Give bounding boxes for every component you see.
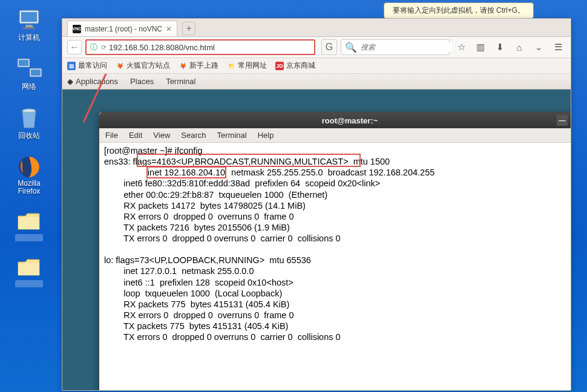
url-bar: ← ⓘ ⟳ G 🔍 ☆ ▥ ⬇ ⌂ ⌄ ☰ xyxy=(62,37,571,58)
bookmark-star-icon[interactable]: ☆ xyxy=(453,39,469,55)
search-box[interactable]: 🔍 xyxy=(341,39,450,55)
home-icon[interactable]: ⌂ xyxy=(511,39,527,55)
menu-icon[interactable]: ☰ xyxy=(550,39,566,55)
svg-rect-1 xyxy=(21,12,37,22)
svg-rect-5 xyxy=(19,60,28,66)
svg-rect-7 xyxy=(31,70,41,76)
bookmark-label: 京东商城 xyxy=(286,60,315,71)
line: RX errors 0 dropped 0 overruns 0 frame 0 xyxy=(104,310,294,320)
bookmark-label: 火狐官方站点 xyxy=(126,60,170,71)
tab-title: master:1 (root) - noVNC xyxy=(85,25,162,33)
icon-label: 网络 xyxy=(22,82,36,92)
url-input[interactable] xyxy=(109,43,310,52)
firefox-icon xyxy=(16,154,42,180)
icon-label: 计算机 xyxy=(18,33,40,43)
line: TX packets 775 bytes 415131 (405.4 KiB) xyxy=(104,321,288,331)
terminal-titlebar[interactable]: root@master:~ — □ ✕ xyxy=(99,113,571,128)
terminal-minimize-button[interactable]: — xyxy=(557,115,568,126)
vm-tooltip: 要将输入定向到此虚拟机，请按 Ctrl+G。 xyxy=(384,2,534,19)
label: Applications xyxy=(76,77,118,86)
line: TX errors 0 dropped 0 overruns 0 carrier… xyxy=(104,332,341,342)
bookmark-getting-started[interactable]: 🦊新手上路 xyxy=(179,60,218,71)
line: netmask 255.255.255.0 broadcast 192.168.… xyxy=(226,168,435,177)
menu-terminal[interactable]: Terminal xyxy=(217,131,247,140)
menu-file[interactable]: File xyxy=(105,131,118,140)
tab-close-icon[interactable]: ✕ xyxy=(166,25,172,33)
folder-icon xyxy=(16,209,42,234)
desktop-icon-folder2[interactable] xyxy=(6,255,52,287)
bookmark-most-visited[interactable]: ▦最常访问 xyxy=(67,60,107,71)
url-input-highlight: ⓘ ⟳ xyxy=(85,39,315,55)
line: RX packets 14172 bytes 14798025 (14.1 Mi… xyxy=(104,201,306,211)
menu-view[interactable]: View xyxy=(153,131,170,140)
switch-icon[interactable]: ⟳ xyxy=(101,44,107,51)
icon-label: 回收站 xyxy=(18,131,40,141)
new-tab-button[interactable]: + xyxy=(182,22,195,35)
bookmark-label: 最常访问 xyxy=(78,60,107,71)
terminal-window: root@master:~ — □ ✕ File Edit View Searc… xyxy=(99,112,571,390)
line: loop txqueuelen 1000 (Local Loopback) xyxy=(104,289,282,298)
browser-window: — ▢ ✕ VNC master:1 (root) - noVNC ✕ + ← … xyxy=(62,18,571,391)
terminal-body[interactable]: [root@master ~]# ifconfig ens33: flags=4… xyxy=(99,143,571,390)
recycle-bin-icon xyxy=(16,105,42,131)
sidebar-toggle-icon[interactable]: ▥ xyxy=(473,39,488,55)
pocket-icon[interactable]: ⌄ xyxy=(531,39,546,55)
bookmark-firefox-official[interactable]: 🦊火狐官方站点 xyxy=(116,60,170,71)
line: inet6 ::1 prefixlen 128 scopeid 0x10<hos… xyxy=(104,278,294,287)
svg-point-8 xyxy=(22,109,36,113)
browser-tab[interactable]: VNC master:1 (root) - noVNC ✕ xyxy=(67,21,177,36)
computer-icon xyxy=(16,7,42,33)
search-input[interactable] xyxy=(361,43,452,51)
line: inet 127.0.0.1 netmask 255.0.0.0 xyxy=(104,266,254,276)
line: TX errors 0 dropped 0 overruns 0 carrier… xyxy=(104,234,341,243)
desktop-icon-computer[interactable]: 计算机 xyxy=(6,7,52,43)
downloads-icon[interactable]: ⬇ xyxy=(492,39,508,55)
inet-highlight: inet 192.168.204.10 xyxy=(146,166,226,178)
desktop-icon-recycle[interactable]: 回收站 xyxy=(6,105,52,141)
bookmark-label: 新手上路 xyxy=(189,60,218,71)
line: inet6 fe80::32d5:810f xyxy=(104,178,206,188)
desktop-icon-network[interactable]: 网络 xyxy=(6,56,52,92)
menu-search[interactable]: Search xyxy=(181,131,206,140)
reload-button[interactable]: G xyxy=(321,39,337,55)
desktop-icon-firefox[interactable]: Mozilla Firefox xyxy=(6,154,52,195)
bookmark-label: 常用网址 xyxy=(238,60,267,71)
line: lo: flags=73<UP,LOOPBACK,RUNNING> mtu 65… xyxy=(104,255,311,265)
icon-label xyxy=(15,234,43,241)
folder-icon xyxy=(16,255,42,280)
bookmark-common-sites[interactable]: 📁常用网址 xyxy=(227,60,267,71)
terminal-window-controls: — □ ✕ xyxy=(557,115,571,126)
search-icon: 🔍 xyxy=(345,42,357,53)
line: RX errors 0 dropped 0 overruns 0 frame 0 xyxy=(104,212,294,221)
terminal-menu[interactable]: Terminal xyxy=(166,77,195,86)
vnc-viewport[interactable]: ◆ Applications Places Terminal root@mast… xyxy=(62,74,571,390)
icon-label xyxy=(15,280,43,287)
svg-rect-2 xyxy=(25,25,33,27)
line: :eddd:38ad prefixlen 64 scopeid 0x20<lin… xyxy=(206,178,381,188)
bookmark-jd[interactable]: JD京东商城 xyxy=(275,60,315,71)
icon-label: Mozilla Firefox xyxy=(6,180,52,195)
flags-highlight-box xyxy=(137,154,361,167)
svg-rect-11 xyxy=(18,263,39,275)
applications-menu[interactable]: ◆ Applications xyxy=(67,77,118,86)
tab-strip: VNC master:1 (root) - noVNC ✕ + xyxy=(62,19,571,37)
firefox-small-icon: 🦊 xyxy=(179,62,187,70)
novnc-favicon-icon: VNC xyxy=(73,25,81,33)
back-button[interactable]: ← xyxy=(67,40,82,54)
info-icon[interactable]: ⓘ xyxy=(90,42,97,53)
grid-icon: ▦ xyxy=(67,62,76,70)
line: ether 00:0c:29:2f:b8:87 txqueuelen 1000 … xyxy=(104,190,327,200)
bookmark-bar: ▦最常访问 🦊火狐官方站点 🦊新手上路 📁常用网址 JD京东商城 xyxy=(62,58,571,74)
network-icon xyxy=(16,56,42,82)
svg-rect-10 xyxy=(18,217,39,229)
terminal-menubar: File Edit View Search Terminal Help xyxy=(99,128,571,143)
svg-rect-3 xyxy=(23,27,35,29)
line: RX packets 775 bytes 415131 (405.4 KiB) xyxy=(104,299,289,309)
menu-edit[interactable]: Edit xyxy=(129,131,142,140)
desktop-icon-folder1[interactable] xyxy=(6,209,52,241)
terminal-title: root@master:~ xyxy=(322,116,378,125)
gnome-logo-icon: ◆ xyxy=(67,77,73,86)
line: TX packets 7216 bytes 2015506 (1.9 MiB) xyxy=(104,223,290,232)
menu-help[interactable]: Help xyxy=(258,131,274,140)
places-menu[interactable]: Places xyxy=(130,77,154,86)
